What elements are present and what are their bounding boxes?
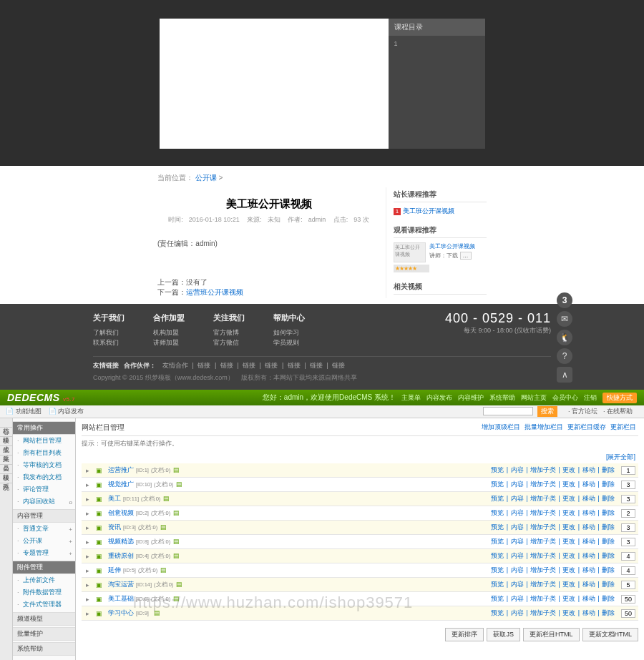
row-op[interactable]: 移动 — [582, 581, 595, 588]
page-icon[interactable]: ▤ — [173, 552, 180, 559]
row-op[interactable]: 增加子类 — [530, 609, 556, 616]
expand-icon[interactable]: ▸ — [82, 463, 93, 478]
search-input[interactable] — [483, 407, 533, 415]
sort-input[interactable] — [621, 523, 635, 532]
sidebar-item[interactable]: 专题管理+ — [13, 547, 75, 559]
row-op[interactable]: 增加子类 — [530, 595, 556, 602]
page-icon[interactable]: ▤ — [160, 523, 167, 531]
sort-input[interactable] — [621, 538, 635, 546]
row-op[interactable]: 移动 — [582, 609, 595, 616]
page-icon[interactable]: ▤ — [154, 609, 160, 616]
row-op[interactable]: 内容 — [511, 481, 524, 488]
row-op[interactable]: 内容 — [511, 595, 524, 602]
footer-link[interactable]: 了解我们 — [93, 327, 125, 338]
sidebar-item[interactable]: 上传新文件 — [13, 574, 75, 586]
notification-badge[interactable]: 3 — [557, 292, 572, 308]
row-op[interactable]: 删除 — [602, 466, 615, 473]
chat-icon[interactable]: ✉ — [557, 311, 572, 327]
row-op[interactable]: 增加子类 — [530, 481, 556, 488]
row-op[interactable]: 更改 — [562, 552, 575, 559]
row-title[interactable]: 运营推广[ID:1](文档:0)▤ — [105, 463, 301, 478]
row-op[interactable]: 更改 — [562, 495, 575, 502]
vtab[interactable]: 生成 — [0, 437, 12, 446]
row-op[interactable]: 移动 — [582, 566, 595, 573]
friend-link[interactable]: 链接 — [310, 362, 323, 369]
expand-icon[interactable]: ▸ — [82, 592, 93, 606]
row-op[interactable]: 删除 — [602, 581, 615, 588]
footer-link[interactable]: 讲师加盟 — [153, 338, 185, 348]
admin-top-link[interactable]: 内容发布 — [426, 393, 452, 403]
row-op[interactable]: 预览 — [491, 595, 504, 602]
row-op[interactable]: 删除 — [602, 495, 615, 502]
row-op[interactable]: 更改 — [562, 566, 575, 573]
sidebar-group-header[interactable]: 内容管理 — [13, 509, 75, 523]
breadcrumb-link[interactable]: 公开课 — [195, 174, 217, 182]
page-icon[interactable]: ▤ — [173, 466, 180, 473]
admin-top-link[interactable]: 系统帮助 — [489, 393, 515, 403]
row-op[interactable]: 更改 — [562, 481, 575, 488]
page-icon[interactable]: ▤ — [173, 538, 180, 545]
admin-top-link[interactable]: 主菜单 — [401, 393, 421, 403]
friend-link[interactable]: 链接 — [288, 362, 301, 369]
sidebar-item[interactable]: 内容回收站o — [13, 496, 75, 508]
vtab[interactable]: 系统 — [0, 474, 12, 483]
expand-icon[interactable]: ▸ — [82, 492, 93, 506]
row-title[interactable]: 淘宝运营[ID:14](文档:0)▤ — [105, 578, 301, 592]
bulk-action-button[interactable]: 更新栏目HTML — [523, 628, 580, 641]
download-button[interactable]: … — [460, 252, 472, 260]
row-op[interactable]: 删除 — [602, 552, 615, 559]
admin-top-link[interactable]: 会员中心 — [552, 393, 578, 403]
crumb-op-link[interactable]: 批量增加栏目 — [525, 423, 563, 430]
sort-input[interactable] — [621, 481, 635, 489]
sidebar-item[interactable]: 公开课+ — [13, 535, 75, 547]
bulk-action-button[interactable]: 更新文档HTML — [582, 628, 639, 641]
expand-icon[interactable]: ▸ — [82, 606, 93, 621]
row-title[interactable]: 美工[ID:11](文档:0)▤ — [105, 492, 301, 506]
crumb-op-link[interactable]: 增加顶级栏目 — [482, 423, 520, 430]
row-op[interactable]: 移动 — [582, 595, 595, 602]
friend-link[interactable]: 链接 — [197, 362, 210, 369]
sidebar-item[interactable]: 我发布的文档 — [13, 471, 75, 483]
sidebar-item[interactable]: 网站栏目管理 — [13, 435, 75, 447]
page-icon[interactable]: ▤ — [176, 481, 182, 488]
footer-link[interactable]: 如何学习 — [273, 327, 305, 338]
row-op[interactable]: 内容 — [511, 538, 524, 545]
row-title[interactable]: 重磅原创[ID:4](文档:0)▤ — [105, 549, 301, 563]
sidebar-group-header[interactable]: 附件管理 — [13, 561, 75, 574]
row-op[interactable]: 内容 — [511, 552, 524, 559]
expand-icon[interactable]: ▸ — [82, 549, 93, 563]
row-title[interactable]: 美工基础[ID:6](文档:0)▤ — [105, 592, 301, 606]
sidebar-item[interactable]: 等审核的文档 — [13, 459, 75, 471]
admin-top-link[interactable]: 注销 — [584, 393, 597, 403]
video-player[interactable] — [160, 19, 389, 149]
page-icon[interactable]: ▤ — [173, 509, 180, 516]
sidebar-item[interactable]: 评论管理 — [13, 483, 75, 496]
row-op[interactable]: 增加子类 — [530, 581, 556, 588]
next-link[interactable]: 运营班公开课视频 — [186, 288, 243, 296]
sidebar-group-header[interactable]: 常用操作 — [13, 421, 75, 435]
row-op[interactable]: 更改 — [562, 595, 575, 602]
help-icon[interactable]: ? — [557, 348, 572, 364]
qq-icon[interactable]: 🐧 — [557, 330, 572, 345]
sort-input[interactable] — [621, 581, 635, 589]
row-title[interactable]: 视频精选[ID:8](文档:0)▤ — [105, 535, 301, 549]
sidebar-item[interactable]: 附件数据管理 — [13, 586, 75, 599]
row-op[interactable]: 增加子类 — [530, 509, 556, 516]
vtab[interactable]: 模板 — [0, 465, 12, 474]
catalog-body[interactable]: 1 — [389, 36, 485, 51]
bulk-action-button[interactable]: 更新排序 — [445, 628, 484, 641]
row-op[interactable]: 预览 — [491, 609, 504, 616]
sort-input[interactable] — [621, 552, 635, 561]
vtab[interactable]: 模块 — [0, 428, 12, 437]
sort-input[interactable] — [621, 566, 635, 575]
vtab[interactable]: 会员 — [0, 455, 12, 465]
row-title[interactable]: 视觉推广[ID:10](文档:0)▤ — [105, 478, 301, 492]
row-op[interactable]: 删除 — [602, 523, 615, 531]
sidebar-item[interactable]: 文件式管理器 — [13, 599, 75, 611]
expand-icon[interactable]: ▸ — [82, 535, 93, 549]
sidebar-group-header[interactable]: 频道模型 — [13, 612, 75, 626]
row-op[interactable]: 移动 — [582, 552, 595, 559]
row-op[interactable]: 内容 — [511, 495, 524, 502]
submenu-item[interactable]: 📄 内容发布 — [49, 408, 84, 415]
row-op[interactable]: 内容 — [511, 609, 524, 616]
